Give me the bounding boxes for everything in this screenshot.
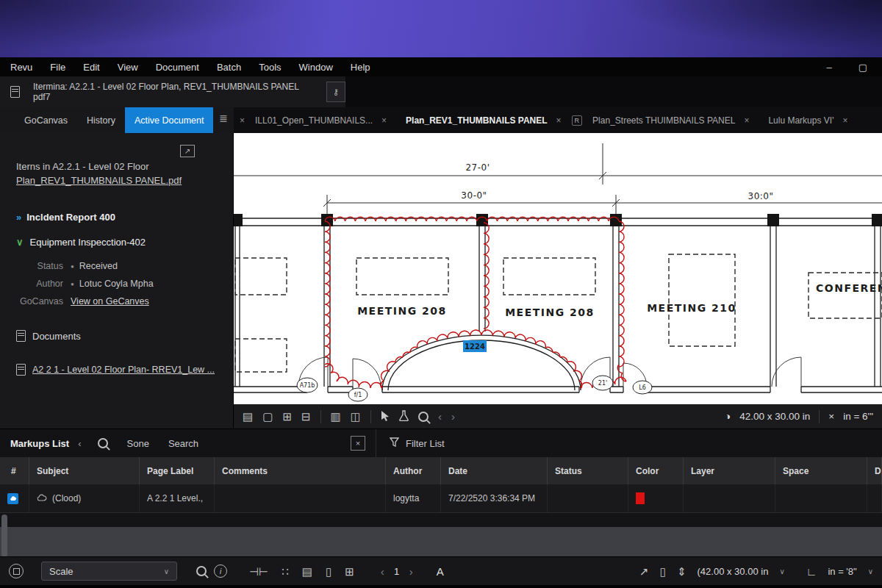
layers-circle-icon[interactable] [9, 564, 24, 578]
menu-revu[interactable]: Revu [9, 62, 41, 73]
horizontal-scroll-strip[interactable] [0, 527, 882, 556]
single-page-icon[interactable]: ▢ [262, 411, 273, 422]
zoom-search-icon[interactable] [196, 566, 207, 576]
doc-tab-2[interactable]: Plan_REV1_THUMBNAILS PANEL × [397, 115, 570, 126]
page-label-cell[interactable]: A 2.2 1 Level., [140, 484, 215, 512]
tab-gocanvas[interactable]: GoCanvas [15, 107, 77, 133]
menu-document[interactable]: Document [147, 62, 208, 73]
next-page-icon[interactable]: › [409, 565, 413, 578]
selected-markup-icon[interactable] [7, 493, 18, 504]
maximize-button[interactable]: ▢ [858, 62, 867, 73]
doc-tab-1[interactable]: ILL01_Open_THUMBNAILS... × [246, 115, 395, 126]
menu-batch[interactable]: Batch [208, 62, 250, 73]
zoom-tool-icon[interactable] [418, 412, 429, 422]
equipment-inspection-item[interactable]: ∨ Equipment Inspecction-402 [16, 237, 226, 248]
minimize-button[interactable]: – [826, 62, 831, 73]
tab-history[interactable]: History [77, 107, 125, 133]
doc-tab-3[interactable]: Plan_Streets THUIMBNAILS PANEL × [584, 115, 758, 126]
next-view-icon[interactable]: › [451, 410, 455, 423]
menu-tools[interactable]: Tools [250, 62, 290, 73]
key-tool-button[interactable]: ⚷ [326, 82, 345, 102]
date-cell[interactable]: 7/22/2520 3:36:34 PM [441, 484, 548, 512]
column-header-page-label[interactable]: Page Label [140, 457, 215, 484]
revision-badge[interactable]: R [572, 115, 583, 126]
cursor-tool-icon[interactable] [381, 410, 390, 423]
incident-report-item[interactable]: » Incldent Report 400 [16, 212, 226, 223]
column-header-space[interactable]: Space [775, 457, 867, 484]
column-header-number[interactable]: # [0, 457, 29, 484]
status-cell[interactable] [548, 484, 628, 512]
info-icon[interactable]: i [214, 564, 227, 578]
panel-document-title-line2[interactable]: Plan_REV1_THUMBNAILS PANEL.pdf [16, 175, 182, 186]
close-icon[interactable]: × [381, 115, 387, 126]
menu-view[interactable]: View [109, 62, 147, 73]
menu-edit[interactable]: Edit [74, 62, 108, 73]
sone-button[interactable]: Sone [127, 438, 149, 449]
measure-icon[interactable]: ⊣⊢ [249, 566, 268, 577]
document-link-row: A2 2 1 - Level 02 Floor Plan- RREV1_Lew … [16, 364, 226, 376]
column-header-subject[interactable]: Subject [29, 457, 140, 484]
tab-active-document[interactable]: Active Document [125, 107, 213, 133]
grid-view-icon[interactable]: ⊞ [282, 411, 292, 422]
view-on-gocanvas-link[interactable]: View on GeCanves [71, 296, 149, 306]
menu-file[interactable]: File [41, 62, 74, 73]
export-icon[interactable]: ↗ [180, 145, 195, 157]
filter-funnel-icon[interactable] [390, 437, 399, 449]
page-outline-icon[interactable]: ▯ [660, 566, 666, 577]
search-button[interactable]: Search [168, 438, 198, 449]
close-panel-button[interactable]: × [351, 436, 365, 451]
scale-status[interactable]: in = '8" [828, 566, 856, 577]
page-number[interactable]: 1 [384, 566, 409, 577]
page-size-status[interactable]: (42.00 x 30.00 in [698, 566, 769, 577]
close-icon[interactable]: × [744, 115, 749, 126]
vertical-scrollbar[interactable] [1, 514, 7, 557]
scale-dropdown-value: Scale [49, 566, 74, 577]
column-header-clipped[interactable]: D [867, 457, 882, 484]
floor-plan-canvas[interactable]: 27-0' 30-0" 30:0" [234, 133, 882, 404]
author-cell[interactable]: logytta [386, 484, 441, 512]
doc-tab-4[interactable]: Lulu Markups VI' × [759, 115, 856, 126]
row-select-cell[interactable] [0, 484, 29, 512]
updown-icon[interactable]: ⇕ [677, 566, 686, 577]
column-header-author[interactable]: Author [386, 457, 441, 484]
flag-panel-icon[interactable]: ▥ [331, 411, 341, 422]
contrast-icon[interactable]: ◑ [725, 411, 731, 422]
split-view-icon[interactable]: ⊟ [301, 411, 311, 422]
thumbnails-view-icon[interactable]: ▤ [243, 411, 253, 422]
color-swatch[interactable] [636, 492, 645, 504]
grid-dots-icon[interactable]: ∷ [282, 566, 289, 577]
menu-window[interactable]: Window [290, 62, 342, 73]
panel-menu-icon[interactable]: ≣ [219, 112, 228, 124]
close-icon[interactable]: × [240, 115, 245, 126]
monitor-panel-icon[interactable]: ◫ [351, 411, 361, 422]
column-header-comments[interactable]: Comments [215, 457, 386, 484]
scale-dropdown[interactable]: Scale ∨ [41, 562, 177, 581]
document-link[interactable]: A2 2 1 - Level 02 Floor Plan- RREV1_Lew … [32, 365, 215, 375]
lab-tool-icon[interactable] [399, 410, 409, 423]
grid-plus-icon[interactable]: ⊞ [345, 566, 354, 577]
filter-list-label[interactable]: Filter List [406, 438, 445, 449]
collapse-panel-icon[interactable]: ‹ [78, 438, 81, 449]
search-icon[interactable] [98, 438, 108, 448]
close-icon[interactable]: × [556, 115, 562, 126]
column-header-layer[interactable]: Layer [684, 457, 775, 484]
markup-row[interactable]: (Clood) A 2.2 1 Level., logytta 7/22/252… [0, 484, 882, 513]
color-cell[interactable] [628, 484, 684, 512]
column-header-date[interactable]: Date [441, 457, 548, 484]
documents-header: Documents [16, 330, 226, 342]
page-plain-icon[interactable]: ▯ [326, 566, 331, 577]
previous-view-icon[interactable]: ‹ [438, 410, 442, 423]
annotation-letter[interactable]: A [437, 565, 444, 578]
cloud-markup[interactable] [325, 217, 626, 389]
subject-cell[interactable]: (Clood) [29, 484, 140, 512]
close-icon[interactable]: × [842, 115, 847, 126]
scale-readout[interactable]: in = 6'" [843, 411, 873, 422]
comments-cell[interactable] [215, 484, 386, 512]
menu-help[interactable]: Help [342, 62, 379, 73]
column-header-status[interactable]: Status [548, 457, 628, 484]
column-header-color[interactable]: Color [628, 457, 684, 484]
layer-cell[interactable] [684, 484, 775, 512]
page-lines-icon[interactable]: ▤ [302, 566, 312, 577]
space-cell[interactable] [775, 484, 867, 512]
pan-arrow-icon[interactable]: ↗ [639, 566, 649, 577]
